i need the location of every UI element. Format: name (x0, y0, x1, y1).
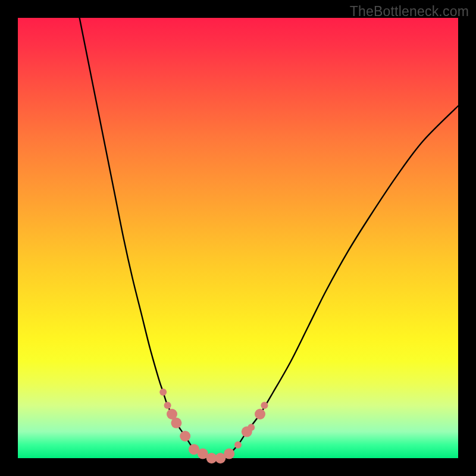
highlight-dot (180, 431, 190, 441)
highlight-dot (248, 424, 255, 431)
curve-layer (18, 18, 458, 458)
chart-frame: TheBottleneck.com (0, 0, 476, 476)
highlight-dot (171, 418, 181, 428)
highlight-dot (255, 409, 265, 419)
highlight-dot (224, 449, 234, 459)
bottleneck-curve (80, 18, 458, 459)
highlight-dots (159, 389, 268, 464)
highlight-dot (159, 389, 167, 396)
highlight-dot (261, 402, 268, 409)
watermark-text: TheBottleneck.com (350, 4, 469, 20)
highlight-dot (234, 441, 242, 449)
highlight-dot (164, 402, 171, 409)
